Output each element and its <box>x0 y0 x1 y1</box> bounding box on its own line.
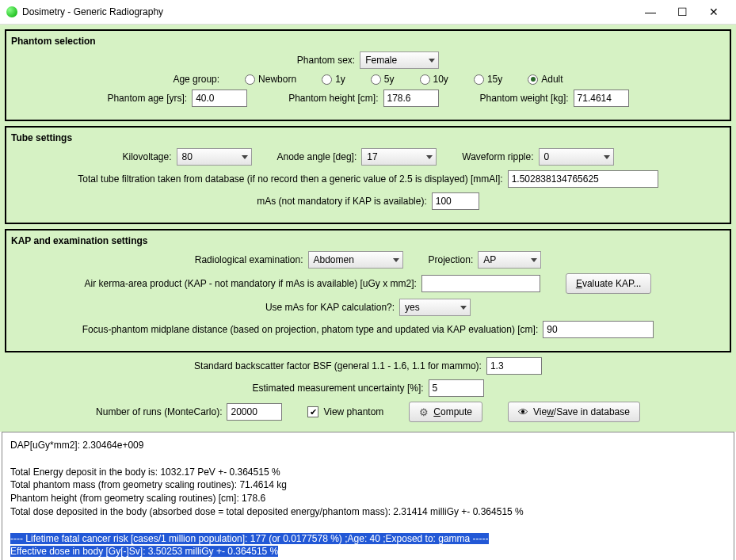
log-line: Total dose deposited in the body (absorb… <box>10 506 524 517</box>
filtration-input[interactable] <box>508 170 658 188</box>
bsf-label: Standard backscatter factor BSF (general… <box>194 360 482 371</box>
age-group-label: Age group: <box>173 74 219 85</box>
window-title: Dosimetry - Generic Radiography <box>22 6 635 17</box>
use-mas-label: Use mAs for KAP calculation?: <box>265 302 395 313</box>
log-line-highlight: ---- Lifetime fatal cancer risk [cases/1… <box>10 533 489 544</box>
eye-icon <box>518 406 528 418</box>
kv-select[interactable]: 80 <box>177 148 252 166</box>
radio-5y[interactable]: 5y <box>371 74 395 85</box>
mas-input[interactable] <box>432 192 479 210</box>
chevron-down-icon <box>393 258 399 262</box>
anode-select[interactable]: 17 <box>361 148 437 166</box>
log-line: Total Energy deposit in the body is: 103… <box>10 467 280 478</box>
view-phantom-checkbox[interactable]: ✔ <box>307 406 318 417</box>
titlebar: Dosimetry - Generic Radiography — ☐ ✕ <box>0 0 736 25</box>
group-phantom: Phantom selection Phantom sex: Female Ag… <box>5 29 731 121</box>
phantom-age-input[interactable] <box>192 90 247 107</box>
group-tube: Tube settings Kilovoltage: 80 Anode angl… <box>5 126 731 224</box>
unc-input[interactable] <box>429 379 484 397</box>
ripple-label: Waveform ripple: <box>462 151 533 162</box>
exam-label: Radiological examination: <box>195 254 303 265</box>
unc-label: Estimated measurement uncertainty [%]: <box>252 383 423 394</box>
mas-label: mAs (not mandatory if KAP is available): <box>257 196 427 207</box>
chevron-down-icon <box>429 59 435 63</box>
ripple-select[interactable]: 0 <box>539 148 614 166</box>
group-tube-title: Tube settings <box>11 132 722 143</box>
chevron-down-icon <box>604 155 610 159</box>
group-kap-title: KAP and examination settings <box>11 235 722 246</box>
radio-1y[interactable]: 1y <box>322 74 345 85</box>
radio-newborn[interactable]: Newborn <box>245 74 296 85</box>
proj-label: Projection: <box>429 254 474 265</box>
log-line-highlight: Effective dose in body [Gy[-]Sv]: 3.5025… <box>10 546 278 557</box>
minimize-button[interactable]: — <box>635 3 666 21</box>
compute-button[interactable]: Compute <box>409 402 482 422</box>
runs-label: Number of runs (MonteCarlo): <box>96 406 222 417</box>
radio-15y[interactable]: 15y <box>474 74 502 85</box>
evaluate-kap-text: valuate KAP... <box>582 278 642 289</box>
chevron-down-icon <box>242 155 248 159</box>
evaluate-kap-button[interactable]: Evaluate KAP... <box>566 273 652 294</box>
fpd-input[interactable] <box>543 321 654 338</box>
group-kap: KAP and examination settings Radiologica… <box>5 229 731 352</box>
gear-icon <box>419 406 429 418</box>
main-content: Phantom selection Phantom sex: Female Ag… <box>0 25 736 432</box>
view-phantom-label: View phantom <box>323 406 383 417</box>
close-button[interactable]: ✕ <box>698 3 730 21</box>
phantom-height-label: Phantom height [cm]: <box>288 93 378 104</box>
log-line: DAP[uGy*mm2]: 2.30464e+009 <box>10 440 143 451</box>
maximize-button[interactable]: ☐ <box>666 3 698 21</box>
chevron-down-icon <box>460 306 467 310</box>
phantom-weight-input[interactable] <box>574 90 629 107</box>
proj-select[interactable]: AP <box>478 251 541 269</box>
kap-value-input[interactable] <box>421 275 540 292</box>
phantom-sex-select[interactable]: Female <box>360 51 439 69</box>
chevron-down-icon <box>531 258 537 262</box>
phantom-weight-label: Phantom weight [kg]: <box>480 93 569 104</box>
phantom-sex-label: Phantom sex: <box>297 55 355 66</box>
log-line: Total phantom mass (from geometry scalin… <box>10 479 287 490</box>
app-icon <box>6 6 17 17</box>
log-line: Phantom height (from geometry scaling ro… <box>10 493 265 504</box>
kap-value-label: Air kerma-area product (KAP - not mandat… <box>85 278 417 289</box>
phantom-height-input[interactable] <box>383 90 439 107</box>
phantom-age-label: Phantom age [yrs]: <box>107 93 187 104</box>
kv-label: Kilovoltage: <box>122 151 171 162</box>
group-phantom-title: Phantom selection <box>11 36 722 47</box>
runs-input[interactable] <box>227 403 282 421</box>
chevron-down-icon <box>426 155 433 159</box>
filtration-label: Total tube filtration taken from databas… <box>78 173 502 185</box>
fpd-label: Focus-phantom midplane distance (based o… <box>82 324 538 335</box>
phantom-sex-value: Female <box>365 55 397 66</box>
radio-10y[interactable]: 10y <box>420 74 448 85</box>
exam-select[interactable]: Abdomen <box>308 251 403 269</box>
radio-adult[interactable]: Adult <box>528 74 562 85</box>
anode-label: Anode angle [deg]: <box>277 151 357 162</box>
bsf-input[interactable] <box>486 357 542 375</box>
view-save-button[interactable]: View/Save in database <box>508 402 640 422</box>
output-log[interactable]: DAP[uGy*mm2]: 2.30464e+009 Total Energy … <box>2 432 734 560</box>
use-mas-select[interactable]: yes <box>399 299 471 316</box>
